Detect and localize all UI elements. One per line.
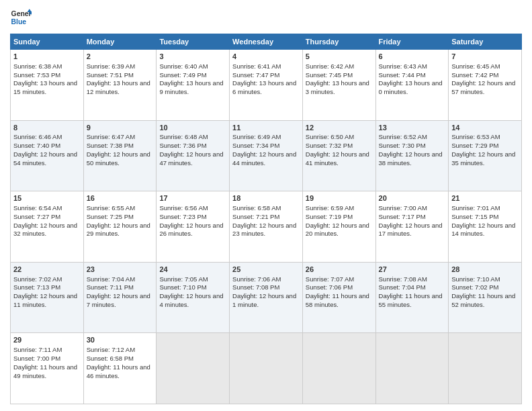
calendar-cell: 16Sunrise: 6:55 AMSunset: 7:25 PMDayligh…	[83, 191, 157, 263]
day-number: 17	[159, 193, 226, 203]
sunrise-text: Sunrise: 6:53 AM	[451, 133, 500, 140]
day-number: 27	[379, 265, 446, 275]
calendar-cell: 12Sunrise: 6:50 AMSunset: 7:32 PMDayligh…	[302, 120, 375, 191]
sunset-text: Sunset: 7:40 PM	[13, 142, 60, 149]
calendar-cell: 10Sunrise: 6:48 AMSunset: 7:36 PMDayligh…	[157, 120, 230, 191]
daylight-text: Daylight: 13 hours and 0 minutes.	[379, 79, 443, 95]
sunset-text: Sunset: 7:36 PM	[159, 142, 206, 149]
sunrise-text: Sunrise: 6:49 AM	[232, 133, 281, 140]
sunrise-text: Sunrise: 6:56 AM	[159, 204, 208, 212]
sunrise-text: Sunrise: 6:54 AM	[13, 204, 62, 212]
sunset-text: Sunset: 7:02 PM	[451, 283, 498, 291]
sunrise-text: Sunrise: 7:04 AM	[87, 275, 135, 283]
daylight-text: Daylight: 11 hours and 58 minutes.	[306, 292, 369, 308]
sunrise-text: Sunrise: 7:00 AM	[379, 204, 427, 212]
calendar-cell: 29Sunrise: 7:11 AMSunset: 7:00 PMDayligh…	[11, 333, 84, 404]
daylight-text: Daylight: 12 hours and 11 minutes.	[13, 292, 77, 308]
calendar-cell: 20Sunrise: 7:00 AMSunset: 7:17 PMDayligh…	[375, 191, 449, 263]
day-number: 4	[232, 52, 300, 62]
calendar-cell: 21Sunrise: 7:01 AMSunset: 7:15 PMDayligh…	[449, 191, 522, 263]
daylight-text: Daylight: 13 hours and 3 minutes.	[306, 79, 369, 95]
sunrise-text: Sunrise: 6:42 AM	[306, 62, 354, 70]
day-number: 20	[379, 193, 446, 203]
sunset-text: Sunset: 7:25 PM	[87, 213, 134, 220]
sunrise-text: Sunrise: 7:11 AM	[13, 346, 62, 353]
calendar-cell: 18Sunrise: 6:58 AMSunset: 7:21 PMDayligh…	[230, 191, 303, 263]
sunrise-text: Sunrise: 7:07 AM	[306, 275, 354, 283]
sunset-text: Sunset: 7:11 PM	[87, 283, 134, 291]
calendar-cell: 8Sunrise: 6:46 AMSunset: 7:40 PMDaylight…	[11, 120, 84, 191]
sunrise-text: Sunrise: 6:43 AM	[379, 62, 427, 70]
daylight-text: Daylight: 12 hours and 44 minutes.	[232, 150, 296, 167]
calendar-cell	[302, 333, 375, 404]
calendar-cell: 1Sunrise: 6:38 AMSunset: 7:53 PMDaylight…	[11, 50, 84, 121]
day-number: 9	[87, 123, 154, 133]
day-number: 13	[379, 123, 446, 133]
daylight-text: Daylight: 12 hours and 54 minutes.	[13, 150, 77, 167]
daylight-text: Daylight: 12 hours and 35 minutes.	[451, 150, 515, 167]
calendar-cell: 17Sunrise: 6:56 AMSunset: 7:23 PMDayligh…	[157, 191, 230, 263]
daylight-text: Daylight: 12 hours and 50 minutes.	[87, 150, 150, 167]
sunrise-text: Sunrise: 6:46 AM	[13, 133, 62, 140]
calendar-cell: 27Sunrise: 7:08 AMSunset: 7:04 PMDayligh…	[375, 262, 449, 333]
day-number: 22	[13, 265, 81, 275]
dow-header-monday: Monday	[83, 34, 157, 50]
sunrise-text: Sunrise: 7:02 AM	[13, 275, 62, 283]
sunset-text: Sunset: 7:06 PM	[306, 283, 353, 291]
daylight-text: Daylight: 13 hours and 9 minutes.	[159, 79, 223, 95]
calendar-cell: 13Sunrise: 6:52 AMSunset: 7:30 PMDayligh…	[375, 120, 449, 191]
sunrise-text: Sunrise: 6:39 AM	[87, 62, 135, 70]
daylight-text: Daylight: 12 hours and 47 minutes.	[159, 150, 223, 167]
day-of-week-row: SundayMondayTuesdayWednesdayThursdayFrid…	[11, 34, 522, 50]
sunset-text: Sunset: 7:44 PM	[379, 71, 426, 79]
daylight-text: Daylight: 12 hours and 4 minutes.	[159, 292, 223, 308]
week-row-2: 8Sunrise: 6:46 AMSunset: 7:40 PMDaylight…	[11, 120, 522, 191]
day-number: 14	[451, 123, 519, 133]
sunset-text: Sunset: 7:49 PM	[159, 71, 206, 79]
day-number: 7	[451, 52, 519, 62]
daylight-text: Daylight: 12 hours and 26 minutes.	[159, 222, 223, 238]
sunrise-text: Sunrise: 7:10 AM	[451, 275, 500, 283]
daylight-text: Daylight: 12 hours and 32 minutes.	[13, 222, 77, 238]
daylight-text: Daylight: 12 hours and 57 minutes.	[451, 79, 515, 95]
daylight-text: Daylight: 13 hours and 15 minutes.	[13, 79, 77, 95]
sunrise-text: Sunrise: 6:45 AM	[451, 62, 500, 70]
sunset-text: Sunset: 7:34 PM	[232, 142, 279, 149]
day-number: 25	[232, 265, 300, 275]
calendar-cell: 6Sunrise: 6:43 AMSunset: 7:44 PMDaylight…	[375, 50, 449, 121]
daylight-text: Daylight: 12 hours and 7 minutes.	[87, 292, 150, 308]
calendar-cell	[375, 333, 449, 404]
sunset-text: Sunset: 6:58 PM	[87, 355, 134, 362]
day-number: 19	[306, 193, 373, 203]
day-number: 5	[306, 52, 373, 62]
calendar-cell: 9Sunrise: 6:47 AMSunset: 7:38 PMDaylight…	[83, 120, 157, 191]
sunrise-text: Sunrise: 7:12 AM	[87, 346, 135, 353]
sunset-text: Sunset: 7:15 PM	[451, 213, 498, 220]
sunset-text: Sunset: 7:08 PM	[232, 283, 279, 291]
calendar-cell	[449, 333, 522, 404]
week-row-3: 15Sunrise: 6:54 AMSunset: 7:27 PMDayligh…	[11, 191, 522, 263]
day-number: 21	[451, 193, 519, 203]
daylight-text: Daylight: 11 hours and 52 minutes.	[451, 292, 515, 308]
day-number: 1	[13, 52, 81, 62]
sunset-text: Sunset: 7:32 PM	[306, 142, 353, 149]
sunrise-text: Sunrise: 7:08 AM	[379, 275, 427, 283]
sunset-text: Sunset: 7:13 PM	[13, 283, 60, 291]
sunrise-text: Sunrise: 6:52 AM	[379, 133, 427, 140]
logo: General Blue	[10, 7, 32, 28]
day-number: 12	[306, 123, 373, 133]
sunrise-text: Sunrise: 6:41 AM	[232, 62, 281, 70]
day-number: 23	[87, 265, 154, 275]
calendar-cell: 25Sunrise: 7:06 AMSunset: 7:08 PMDayligh…	[230, 262, 303, 333]
day-number: 2	[87, 52, 154, 62]
day-number: 3	[159, 52, 226, 62]
sunset-text: Sunset: 7:53 PM	[13, 71, 60, 79]
calendar-cell: 22Sunrise: 7:02 AMSunset: 7:13 PMDayligh…	[11, 262, 84, 333]
sunset-text: Sunset: 7:47 PM	[232, 71, 279, 79]
calendar-cell: 4Sunrise: 6:41 AMSunset: 7:47 PMDaylight…	[230, 50, 303, 121]
day-number: 16	[87, 193, 154, 203]
sunset-text: Sunset: 7:21 PM	[232, 213, 279, 220]
sunset-text: Sunset: 7:04 PM	[379, 283, 426, 291]
sunset-text: Sunset: 7:42 PM	[451, 71, 498, 79]
calendar-cell: 5Sunrise: 6:42 AMSunset: 7:45 PMDaylight…	[302, 50, 375, 121]
